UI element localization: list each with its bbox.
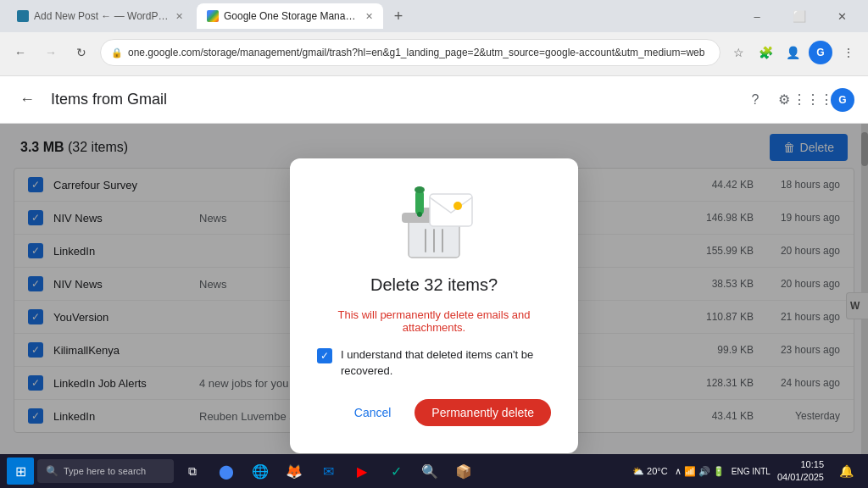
window-controls: – ⬜ ✕ <box>737 3 861 29</box>
menu-icon[interactable]: ⋮ <box>837 42 860 64</box>
app-header: ← Items from Gmail ? ⚙ ⋮⋮⋮ G <box>0 76 868 124</box>
browser-chrome: Add New Post ← — WordPress ✕ Google One … <box>0 0 868 76</box>
taskbar-search2-icon[interactable]: 🔍 <box>415 456 445 486</box>
tab-close-wp[interactable]: ✕ <box>175 11 183 22</box>
taskbar-check-icon[interactable]: ✓ <box>381 456 411 486</box>
page-title: Items from Gmail <box>51 91 734 108</box>
tab-label-google: Google One Storage Managem... <box>224 10 360 22</box>
modal-illustration <box>383 186 485 262</box>
permanently-delete-button[interactable]: Permanently delete <box>415 399 551 426</box>
taskbar-time-value: 10:15 <box>777 458 824 471</box>
tab-close-google[interactable]: ✕ <box>365 11 373 22</box>
confirm-checkbox-label: I understand that deleted items can't be… <box>341 347 551 378</box>
profile-icon[interactable]: 👤 <box>782 42 804 64</box>
taskbar-clock: 10:15 04/01/2025 <box>777 458 824 485</box>
tab-favicon-wp <box>17 10 29 22</box>
cancel-button[interactable]: Cancel <box>341 399 405 426</box>
modal-title: Delete 32 items? <box>370 275 498 295</box>
tab-bar: Add New Post ← — WordPress ✕ Google One … <box>0 0 868 32</box>
header-icons: ? ⚙ ⋮⋮⋮ G <box>744 88 854 112</box>
start-button[interactable]: ⊞ <box>7 458 34 485</box>
svg-point-9 <box>415 186 425 193</box>
modal-overlay: Delete 32 items? This will permanently d… <box>0 124 868 488</box>
minimize-button[interactable]: – <box>737 3 776 29</box>
taskbar-chrome-icon[interactable]: ⬤ <box>211 456 242 486</box>
svg-rect-8 <box>415 190 424 215</box>
taskbar-date-value: 04/01/2025 <box>777 471 824 484</box>
svg-point-10 <box>417 212 422 217</box>
tab-wordpress[interactable]: Add New Post ← — WordPress ✕ <box>7 3 193 29</box>
avatar[interactable]: G <box>809 41 832 64</box>
taskbar-firefox-icon[interactable]: 🦊 <box>279 456 309 486</box>
modal-actions: Cancel Permanently delete <box>317 399 551 426</box>
app-back-button[interactable]: ← <box>14 86 41 114</box>
confirm-checkbox[interactable]: ✓ <box>317 348 332 363</box>
tab-label-wp: Add New Post ← — WordPress <box>34 10 170 22</box>
new-tab-button[interactable]: + <box>387 4 410 28</box>
svg-point-7 <box>453 202 462 210</box>
url-text: one.google.com/storage/management/gmail/… <box>128 47 709 58</box>
notification-button[interactable]: 🔔 <box>831 456 861 486</box>
refresh-button[interactable]: ↻ <box>70 41 93 64</box>
modal-warning: This will permanently delete emails and … <box>317 308 551 334</box>
search-input[interactable] <box>64 466 165 476</box>
tab-favicon-google <box>207 10 219 22</box>
bookmark-icon[interactable]: ☆ <box>727 42 749 64</box>
confirmation-checkbox-row: ✓ I understand that deleted items can't … <box>317 347 551 378</box>
maximize-button[interactable]: ⬜ <box>780 3 819 29</box>
close-button[interactable]: ✕ <box>822 3 861 29</box>
help-icon[interactable]: ? <box>744 89 766 111</box>
delete-confirmation-modal: Delete 32 items? This will permanently d… <box>290 158 578 452</box>
main-content: 3.3 MB (32 items) 🗑 Delete ✓ Carrefour S… <box>0 124 868 488</box>
taskbar-youtube-icon[interactable]: ▶ <box>347 456 377 486</box>
lock-icon: 🔒 <box>111 47 123 58</box>
browser-right-icons: ☆ 🧩 👤 G ⋮ <box>727 41 860 64</box>
system-tray: ∧ 📶 🔊 🔋 <box>675 466 725 477</box>
taskbar: ⊞ 🔍 ⧉ ⬤ 🌐 🦊 ✉ ▶ ✓ 🔍 📦 ⛅ 20°C ∧ 📶 🔊 🔋 ENG… <box>0 454 868 488</box>
address-bar-row: ← → ↻ 🔒 one.google.com/storage/managemen… <box>0 32 868 73</box>
svg-rect-6 <box>430 194 472 226</box>
taskbar-right: ⛅ 20°C ∧ 📶 🔊 🔋 ENG INTL 10:15 04/01/2025… <box>632 456 861 486</box>
task-view-button[interactable]: ⧉ <box>177 456 208 486</box>
taskbar-edge-icon[interactable]: 🌐 <box>245 456 275 486</box>
forward-button[interactable]: → <box>39 41 63 64</box>
app-container: ← Items from Gmail ? ⚙ ⋮⋮⋮ G 3.3 MB (32 … <box>0 76 868 488</box>
extension-icon[interactable]: 🧩 <box>754 42 776 64</box>
apps-icon[interactable]: ⋮⋮⋮ <box>802 89 824 111</box>
tab-google[interactable]: Google One Storage Managem... ✕ <box>197 3 383 29</box>
taskbar-weather: ⛅ 20°C <box>632 466 668 477</box>
user-avatar[interactable]: G <box>831 88 854 112</box>
taskbar-search[interactable]: 🔍 <box>37 459 174 483</box>
taskbar-lang: ENG INTL <box>732 467 771 476</box>
taskbar-app-icon[interactable]: 📦 <box>448 456 479 486</box>
taskbar-mail-icon[interactable]: ✉ <box>313 456 343 486</box>
address-bar[interactable]: 🔒 one.google.com/storage/management/gmai… <box>100 39 721 66</box>
back-button[interactable]: ← <box>8 41 32 64</box>
search-icon: 🔍 <box>46 465 58 477</box>
